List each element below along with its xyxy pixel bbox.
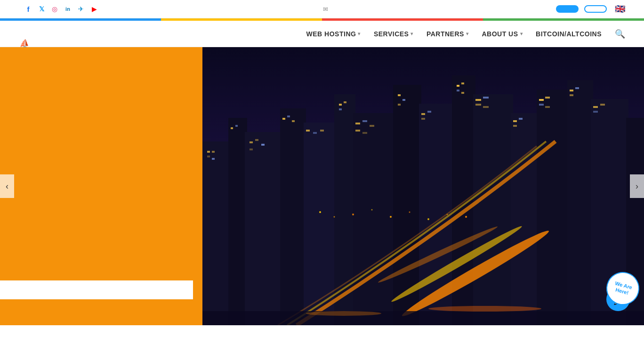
hero-city-bg: [202, 47, 644, 325]
svg-rect-24: [255, 139, 258, 141]
flag-uk-icon: 🇬🇧: [615, 4, 625, 14]
svg-rect-51: [461, 82, 464, 84]
svg-rect-53: [461, 92, 464, 94]
instagram-icon[interactable]: ◎: [50, 4, 59, 14]
register-button[interactable]: [556, 5, 579, 13]
svg-rect-26: [250, 148, 253, 150]
svg-rect-30: [306, 130, 310, 132]
svg-point-73: [428, 306, 541, 312]
nav-services-arrow: ▾: [411, 31, 413, 36]
social-icons: f 𝕏 ◎ in ✈ ▶: [24, 4, 99, 14]
svg-point-81: [447, 214, 448, 215]
nav-about-us[interactable]: ABOUT US ▾: [482, 30, 523, 38]
svg-rect-37: [362, 120, 367, 122]
hero-price-box: [0, 280, 193, 299]
svg-point-80: [427, 218, 429, 220]
svg-rect-46: [398, 104, 401, 106]
svg-rect-67: [570, 94, 573, 96]
svg-point-79: [409, 212, 411, 213]
svg-rect-13: [537, 90, 570, 325]
svg-rect-58: [513, 120, 517, 122]
svg-point-78: [390, 216, 392, 218]
svg-rect-2: [228, 118, 247, 325]
search-icon[interactable]: 🔍: [615, 29, 625, 39]
nav-bitcoin-label: BITCOIN/ALTCOINS: [536, 30, 602, 38]
nav-about-us-arrow: ▾: [520, 31, 523, 36]
svg-point-72: [306, 311, 381, 316]
svg-rect-55: [483, 97, 489, 99]
nav-services-label: SERVICES: [374, 30, 409, 38]
nav-about-us-label: ABOUT US: [482, 30, 518, 38]
svg-rect-36: [355, 123, 360, 124]
twitter-icon[interactable]: 𝕏: [37, 4, 46, 14]
svg-rect-48: [427, 111, 431, 113]
svg-rect-17: [207, 151, 210, 153]
linkedin-icon[interactable]: in: [63, 4, 72, 14]
nav-services[interactable]: SERVICES ▾: [374, 30, 413, 38]
nav-partners-arrow: ▾: [466, 31, 469, 36]
color-segment-3: [322, 18, 483, 21]
svg-rect-20: [212, 158, 215, 160]
svg-rect-66: [575, 87, 579, 89]
svg-rect-71: [202, 311, 644, 325]
svg-rect-65: [570, 90, 573, 91]
svg-rect-23: [250, 141, 253, 143]
signin-button[interactable]: [584, 5, 607, 13]
slider-next-button[interactable]: ›: [630, 174, 644, 198]
svg-rect-11: [473, 94, 513, 325]
top-bar: f 𝕏 ◎ in ✈ ▶ ✉ 🇬🇧: [0, 0, 644, 18]
color-segment-1: [0, 18, 161, 21]
svg-rect-14: [567, 80, 593, 325]
telegram-icon[interactable]: ✈: [76, 4, 86, 14]
svg-rect-64: [545, 106, 550, 108]
email-icon: ✉: [323, 6, 328, 13]
svg-rect-18: [212, 151, 215, 153]
svg-rect-70: [593, 111, 598, 113]
color-bar: [0, 18, 644, 21]
svg-rect-12: [511, 113, 539, 325]
svg-rect-60: [513, 125, 517, 127]
nav-partners-label: PARTNERS: [427, 30, 464, 38]
chat-widget: We Are Here! 💬: [606, 286, 630, 311]
svg-rect-28: [287, 115, 290, 117]
svg-rect-68: [593, 106, 598, 108]
svg-rect-4: [280, 108, 306, 325]
facebook-icon[interactable]: f: [24, 4, 33, 14]
svg-rect-49: [421, 118, 425, 120]
svg-rect-62: [545, 97, 550, 99]
language-selector[interactable]: 🇬🇧: [612, 4, 625, 14]
svg-rect-59: [519, 118, 523, 120]
svg-rect-54: [475, 99, 481, 101]
color-segment-2: [161, 18, 322, 21]
svg-point-74: [319, 211, 321, 213]
svg-rect-31: [313, 132, 317, 134]
svg-rect-47: [421, 113, 425, 115]
svg-rect-50: [457, 85, 459, 87]
svg-rect-25: [261, 144, 265, 146]
svg-rect-35: [339, 108, 342, 110]
hero-section: ‹ › We Are Here! 💬: [0, 47, 644, 325]
svg-rect-34: [344, 101, 346, 103]
svg-rect-19: [207, 156, 210, 157]
svg-rect-7: [353, 113, 395, 325]
svg-rect-45: [402, 99, 405, 101]
nav-bitcoin[interactable]: BITCOIN/ALTCOINS: [536, 30, 602, 38]
nav-web-hosting[interactable]: WEB HOSTING ▾: [306, 30, 361, 38]
youtube-icon[interactable]: ▶: [89, 4, 99, 14]
svg-rect-1: [202, 141, 231, 325]
nav-web-hosting-arrow: ▾: [358, 31, 361, 36]
svg-rect-3: [245, 132, 282, 325]
svg-rect-69: [600, 104, 605, 106]
svg-rect-27: [282, 118, 285, 120]
navbar: ⛵ WEB HOSTING ▾ SERVICES ▾ PARTNERS ▾ AB…: [0, 21, 644, 47]
nav-links: WEB HOSTING ▾ SERVICES ▾ PARTNERS ▾ ABOU…: [306, 29, 625, 39]
follow-us-section: f 𝕏 ◎ in ✈ ▶: [19, 4, 99, 14]
auth-section: 🇬🇧: [556, 4, 625, 14]
slider-prev-button[interactable]: ‹: [0, 174, 14, 198]
svg-rect-56: [475, 104, 481, 106]
nav-partners[interactable]: PARTNERS ▾: [427, 30, 468, 38]
nav-web-hosting-label: WEB HOSTING: [306, 30, 356, 38]
svg-rect-63: [539, 104, 544, 106]
svg-rect-39: [355, 130, 360, 132]
svg-point-77: [371, 209, 373, 211]
